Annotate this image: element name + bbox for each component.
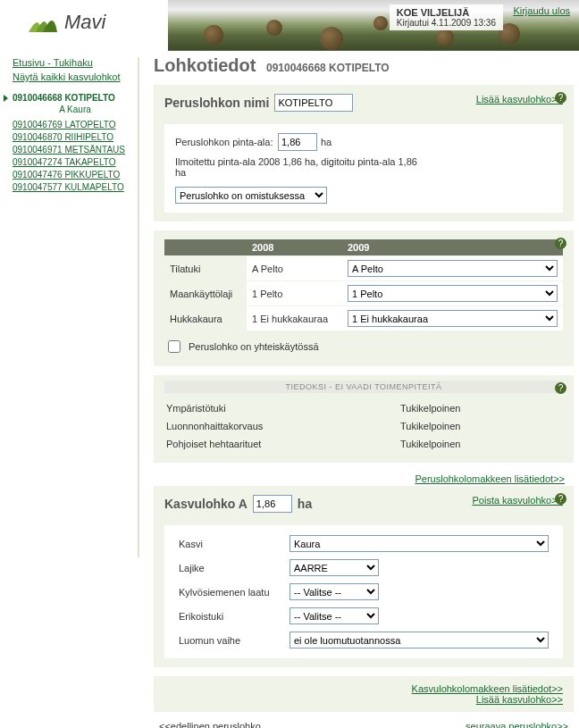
field-label: Kasvi: [173, 532, 282, 555]
help-icon[interactable]: ?: [555, 493, 566, 505]
nav-show-all[interactable]: Näytä kaikki kasvulohkot: [13, 71, 120, 82]
user-info: KOE VILJELIJÄ Kirjautui 4.11.2009 13:36: [390, 4, 503, 30]
add-growth-plot-link-2[interactable]: Lisää kasvulohko>>: [476, 694, 563, 705]
parcel-name-input[interactable]: [274, 94, 353, 112]
luomu-select[interactable]: ei ole luomutuotannossa: [290, 632, 549, 649]
basic-section-label: Peruslohkon nimi: [164, 96, 269, 110]
siemen-select[interactable]: -- Valitse --: [290, 583, 379, 600]
page-title: Lohkotiedot 0910046668 KOTIPELTO: [154, 55, 574, 76]
info-val: Tukikelpoinen: [400, 436, 561, 452]
growth-plot-panel: ? Poista kasvulohko>> Kasvulohko A ha Ka…: [154, 486, 574, 667]
field-label: Erikoistuki: [173, 605, 282, 627]
sidebar-item[interactable]: 0910046870 RIIHIPELTO: [13, 132, 138, 142]
row-label: Hukkakaura: [164, 306, 247, 331]
eligibility-panel: ? TIEDOKSI - EI VAADI TOIMENPITEITÄ Ympä…: [154, 375, 574, 463]
cell-2008: A Pelto: [247, 256, 342, 281]
sidebar-item[interactable]: 0910046971 METSÄNTAUS: [13, 145, 138, 155]
maankayttolaji-select[interactable]: 1 Pelto: [348, 285, 558, 302]
sidebar-item[interactable]: 0910047274 TAKAPELTO: [13, 157, 138, 167]
brand-logo: Mavi: [27, 11, 105, 34]
growth-plot-title: Kasvulohko A: [164, 497, 248, 511]
year-table: 2008 2009 Tilatuki A Pelto A Pelto Maank…: [164, 239, 563, 331]
cell-2008: 1 Ei hukkakauraa: [247, 306, 342, 331]
help-icon[interactable]: ?: [555, 238, 566, 249]
col-2009: 2009: [342, 239, 563, 256]
help-icon[interactable]: ?: [555, 382, 566, 394]
info-val: Tukikelpoinen: [400, 418, 561, 434]
area-label: Peruslohkon pinta-ala:: [175, 137, 278, 147]
info-banner: TIEDOKSI - EI VAADI TOIMENPITEITÄ: [164, 381, 563, 393]
field-label: Luomun vaihe: [173, 629, 282, 651]
tilatuki-select[interactable]: A Pelto: [348, 260, 558, 277]
basic-form-more-link[interactable]: Peruslohkolomakkeen lisätiedot>>: [415, 473, 565, 484]
ownership-select[interactable]: Peruslohko on omistuksessa: [175, 187, 327, 204]
help-icon[interactable]: ?: [555, 92, 566, 104]
hukkakaura-select[interactable]: 1 Ei hukkakauraa: [348, 310, 558, 327]
year-panel: ? 2008 2009 Tilatuki A Pelto A Pelto Maa…: [154, 230, 574, 366]
parcel-area-input[interactable]: [278, 133, 317, 151]
caret-right-icon: [4, 95, 8, 102]
info-key: Ympäristötuki: [166, 400, 399, 416]
growth-form-more-link[interactable]: Kasvulohkolomakkeen lisätiedot>>: [412, 683, 563, 694]
growth-area-unit: ha: [298, 497, 312, 511]
info-val: Tukikelpoinen: [400, 400, 561, 416]
growth-area-input[interactable]: [253, 495, 292, 513]
erikoistuki-select[interactable]: -- Valitse --: [290, 607, 379, 624]
info-key: Luonnonhaittakorvaus: [166, 418, 399, 434]
shared-use-label: Peruslohko on yhteiskäytössä: [189, 341, 319, 352]
sidebar-other-parcels: 0910046769 LATOPELTO 0910046870 RIIHIPEL…: [13, 120, 138, 192]
col-2008: 2008: [247, 239, 342, 256]
next-parcel-link[interactable]: seuraava peruslohko>>: [466, 721, 568, 728]
row-label: Tilatuki: [164, 256, 247, 281]
info-key: Pohjoiset hehtaarituet: [166, 436, 399, 452]
reported-area-text: Ilmoitettu pinta-ala 2008 1,86 ha, digit…: [175, 156, 425, 178]
area-unit: ha: [321, 137, 331, 147]
lajike-select[interactable]: AARRE: [290, 559, 379, 576]
sidebar-item[interactable]: 0910047476 PIKKUPELTO: [13, 170, 138, 180]
header-banner: KOE VILJELIJÄ Kirjautui 4.11.2009 13:36 …: [168, 0, 579, 51]
logout-link[interactable]: Kirjaudu ulos: [513, 5, 570, 16]
add-growth-plot-link[interactable]: Lisää kasvulohko>>: [476, 94, 563, 105]
nav-home[interactable]: Etusivu - Tukihaku: [13, 57, 93, 68]
footer-links-panel: Kasvulohkolomakkeen lisätiedot>> Lisää k…: [154, 676, 574, 712]
shared-use-checkbox[interactable]: [168, 340, 180, 353]
sidebar-current-parcel[interactable]: 0910046668 KOTIPELTO A Kaura: [13, 93, 138, 114]
sidebar-item[interactable]: 0910047577 KULMAPELTO: [13, 182, 138, 192]
cell-2008: 1 Pelto: [247, 281, 342, 306]
kasvi-select[interactable]: Kaura: [290, 535, 549, 552]
field-label: Lajike: [173, 556, 282, 579]
remove-growth-plot-link[interactable]: Poista kasvulohko>>: [472, 495, 563, 506]
row-label: Maankäyttölaji: [164, 281, 247, 306]
prev-parcel-link[interactable]: <<edellinen peruslohko: [159, 721, 261, 728]
basic-parcel-panel: ? Lisää kasvulohko>> Peruslohkon nimi Pe…: [154, 85, 574, 222]
sidebar-item[interactable]: 0910046769 LATOPELTO: [13, 120, 138, 130]
field-label: Kylvösiemenen laatu: [173, 581, 282, 603]
